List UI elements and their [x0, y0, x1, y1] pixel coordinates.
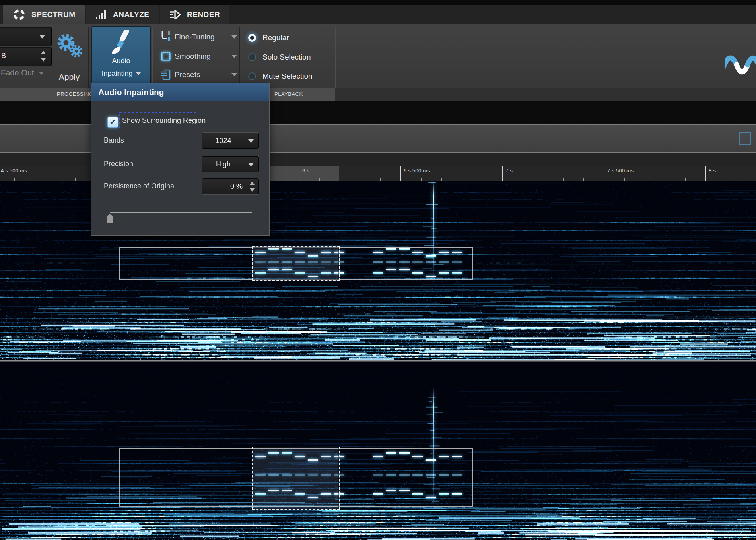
dropdown-arrow-icon: [136, 72, 141, 75]
spinner-down-icon[interactable]: [41, 58, 46, 62]
radio-mute-label: Mute Selection: [262, 72, 313, 81]
fade-out-dropdown[interactable]: Fade Out: [1, 68, 44, 77]
panel-title: Audio Inpainting: [91, 83, 269, 101]
apply-button[interactable]: Apply: [51, 31, 87, 97]
ruler-tick-label: 6 s: [302, 168, 309, 174]
tab-spectrum[interactable]: SPECTRUM: [3, 5, 85, 24]
spinner-up-icon[interactable]: [250, 182, 255, 185]
playback-mode-solo[interactable]: Solo Selection: [248, 53, 311, 62]
ruler-major-tick: [604, 166, 604, 181]
processing-group-bar: PROCESSING: [0, 88, 91, 101]
radio-regular-label: Regular: [262, 33, 289, 42]
ruler-major-tick: [705, 166, 706, 181]
wave-logo-icon: [725, 46, 756, 83]
show-surrounding-region-checkbox[interactable]: ✔: [107, 117, 118, 128]
dropdown-arrow-icon: [231, 73, 237, 76]
presets-icon: [159, 69, 173, 81]
precision-dropdown[interactable]: High: [202, 156, 259, 172]
radio-solo-label: Solo Selection: [262, 53, 311, 62]
precision-value: High: [202, 157, 244, 172]
ruler-tick-label: 7 s 500 ms: [607, 168, 634, 174]
audio-inpainting-label-2: Inpainting: [101, 70, 132, 78]
dropdown-arrow-icon: [39, 35, 45, 39]
ruler-major-tick: [299, 166, 299, 181]
ruler-tick-label: 8 s: [709, 168, 716, 174]
smoothing-menu[interactable]: Smoothing: [159, 50, 237, 62]
analyze-icon: [95, 9, 107, 20]
radio-selected-icon: [248, 34, 256, 42]
playback-mode-mute[interactable]: Mute Selection: [248, 72, 313, 81]
smoothing-icon: [159, 51, 173, 62]
fine-tuning-label: Fine-Tuning: [173, 33, 231, 41]
show-surrounding-region-label: Show Surrounding Region: [122, 116, 206, 125]
apply-button-label: Apply: [59, 72, 80, 82]
dropdown-arrow-icon: [248, 139, 254, 143]
checkbox-focus-outline: Show Surrounding Region: [119, 112, 197, 128]
fine-tuning-menu[interactable]: Fine-Tuning: [159, 31, 237, 43]
audio-inpainting-panel: Audio Inpainting ✔ Show Surrounding Regi…: [91, 83, 270, 236]
ribbon-tab-bar: SPECTRUM ANALYZE RENDER: [0, 5, 756, 24]
ruler-tick-label: 4 s 500 ms: [1, 168, 27, 174]
brush-icon: [92, 29, 150, 58]
presets-label: Presets: [173, 70, 231, 79]
tab-spectrum-label: SPECTRUM: [31, 10, 76, 19]
dropdown-arrow-icon: [39, 72, 44, 75]
spinner-up-icon[interactable]: [41, 51, 46, 54]
gears-icon: [53, 31, 85, 62]
spinner-down-icon[interactable]: [250, 188, 255, 192]
persistence-label: Persistence of Original: [104, 182, 176, 190]
ruler-tick-label: 7 s: [505, 168, 513, 174]
persistence-spinner[interactable]: 0 %: [202, 178, 259, 194]
presets-menu[interactable]: Presets: [159, 69, 237, 81]
checkmark-icon: ✔: [110, 118, 116, 126]
audio-inpainting-label-1: Audio: [92, 57, 150, 65]
tab-render[interactable]: RENDER: [160, 5, 229, 24]
playback-mode-regular[interactable]: Regular: [248, 33, 289, 42]
fade-out-label: Fade Out: [1, 68, 34, 77]
render-icon: [169, 10, 181, 20]
selection-rect-ch1[interactable]: [252, 246, 340, 281]
processing-mode-dropdown[interactable]: [0, 27, 52, 46]
gain-db-field[interactable]: B: [0, 47, 52, 66]
processing-group-label: PROCESSING: [57, 91, 91, 97]
gain-db-value: B: [1, 52, 6, 60]
bands-label: Bands: [104, 136, 124, 145]
persistence-value: 0 %: [202, 179, 244, 194]
playback-group-label: PLAYBACK: [274, 91, 303, 97]
ruler-tick-label: 6 s 500 ms: [404, 168, 430, 174]
persistence-slider-handle[interactable]: [107, 214, 113, 223]
bands-dropdown[interactable]: 1024: [202, 133, 259, 149]
tab-analyze-label: ANALYZE: [113, 10, 149, 19]
radio-unselected-icon: [248, 72, 256, 80]
persistence-slider-track[interactable]: [110, 212, 252, 213]
audio-inpainting-button[interactable]: Audio Inpainting: [91, 26, 151, 84]
fine-tuning-icon: [159, 31, 173, 43]
spectral-editor-window: SPECTRUM ANALYZE RENDER B Fade Out: [0, 0, 756, 540]
window-top-strip: [0, 0, 756, 5]
tab-analyze[interactable]: ANALYZE: [86, 5, 159, 24]
precision-label: Precision: [104, 160, 133, 168]
ruler-major-tick: [502, 166, 503, 181]
dropdown-arrow-icon: [248, 163, 254, 166]
radio-unselected-icon: [248, 53, 256, 61]
selection-rect-ch2[interactable]: [252, 447, 340, 510]
smoothing-label: Smoothing: [173, 52, 231, 61]
dropdown-arrow-icon: [231, 35, 237, 39]
bands-value: 1024: [202, 133, 244, 148]
region-select-icon[interactable]: [739, 132, 751, 145]
spectrum-icon: [12, 8, 26, 21]
playback-group-bar: PLAYBACK: [270, 88, 335, 101]
tab-render-label: RENDER: [187, 10, 220, 19]
dropdown-arrow-icon: [231, 55, 237, 58]
ruler-major-tick: [400, 166, 401, 181]
